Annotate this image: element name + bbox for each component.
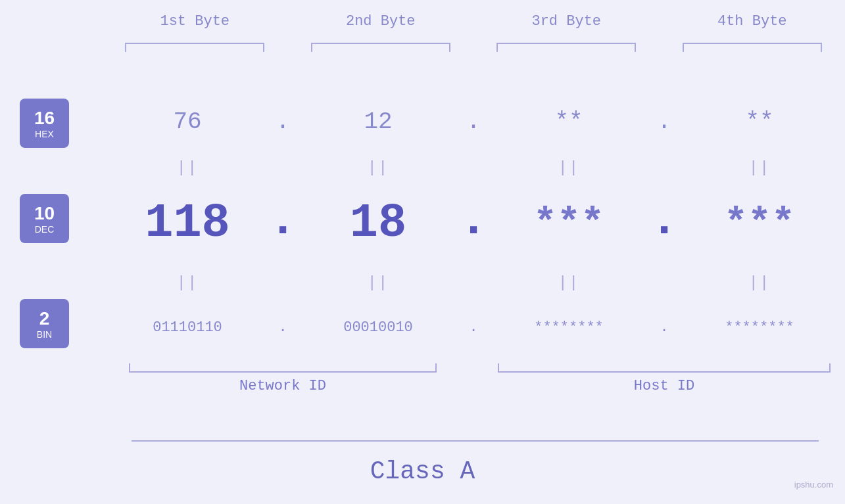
hex-dot2: . [466,108,481,135]
dec-badge: 10 DEC [20,194,69,243]
hex-dot1: . [276,108,290,135]
main-container: 1st Byte 2nd Byte 3rd Byte 4th Byte 16 H… [0,0,845,504]
host-id-section: Host ID [483,363,845,394]
class-label-container: Class A [0,457,845,486]
hex-byte1: 76 [173,108,201,135]
byte2-header: 2nd Byte [288,13,474,30]
network-id-label: Network ID [239,378,326,394]
watermark: ipshu.com [794,480,833,490]
bracket-line-2 [311,43,450,52]
eq1-byte3: || [558,159,580,177]
host-id-label: Host ID [634,378,694,394]
byte4-header: 4th Byte [660,13,846,30]
host-bracket-line [498,363,831,373]
class-label: Class A [370,457,475,486]
watermark-container: ipshu.com [794,479,833,491]
bin-badge-label: BIN [37,329,52,340]
bracket-cell-1 [102,43,288,52]
dec-badge-number: 10 [34,203,55,224]
eq1-byte1: || [177,159,199,177]
equals-row-2: || || || || [102,266,845,299]
bin-dot1: . [278,319,287,336]
bracket-line-4 [683,43,822,52]
network-id-section: Network ID [102,363,464,394]
bracket-cell-2 [288,43,474,52]
hex-dot3: . [657,108,671,135]
hex-byte4: ** [745,108,773,135]
bracket-line-3 [496,43,636,52]
bin-byte2: 00010010 [343,319,413,336]
equals-row-1: || || || || [102,151,845,184]
hex-badge-label: HEX [35,129,54,139]
bin-row: 01110110 . 00010010 . ******** . *******… [102,301,845,354]
dec-byte3: *** [533,201,604,246]
bin-dot3: . [660,319,668,336]
bottom-bracket-row: Network ID Host ID [102,363,845,394]
dec-row: 118 . 18 . *** . *** [102,187,845,260]
bin-badge-number: 2 [39,308,50,329]
byte1-header: 1st Byte [102,13,288,30]
hex-byte2: 12 [364,108,392,135]
eq2-byte2: || [368,274,389,292]
eq1-byte2: || [368,159,389,177]
dec-byte1: 118 [145,196,230,250]
bin-byte4: ******** [725,319,794,336]
bracket-cell-3 [473,43,660,52]
bin-byte1: 01110110 [153,319,222,336]
eq2-byte3: || [558,274,580,292]
bracket-line-1 [125,43,264,52]
dec-byte2: 18 [350,196,406,250]
bin-dot2: . [469,319,477,336]
hex-badge: 16 HEX [20,99,69,148]
dec-badge-label: DEC [35,224,55,235]
top-bracket-row [102,43,845,52]
dec-byte4: *** [724,201,795,246]
bracket-cell-4 [660,43,846,52]
eq2-byte1: || [177,274,199,292]
byte-header-row: 1st Byte 2nd Byte 3rd Byte 4th Byte [102,13,845,30]
eq2-byte4: || [749,274,771,292]
outer-bracket-line [132,440,819,442]
eq1-byte4: || [749,159,771,177]
bin-badge: 2 BIN [20,299,69,348]
hex-byte3: ** [554,108,583,135]
network-bracket-line [129,363,437,373]
bin-byte3: ******** [534,319,604,336]
hex-badge-number: 16 [34,108,55,129]
byte3-header: 3rd Byte [473,13,660,30]
hex-row: 76 . 12 . ** . ** [102,95,845,148]
